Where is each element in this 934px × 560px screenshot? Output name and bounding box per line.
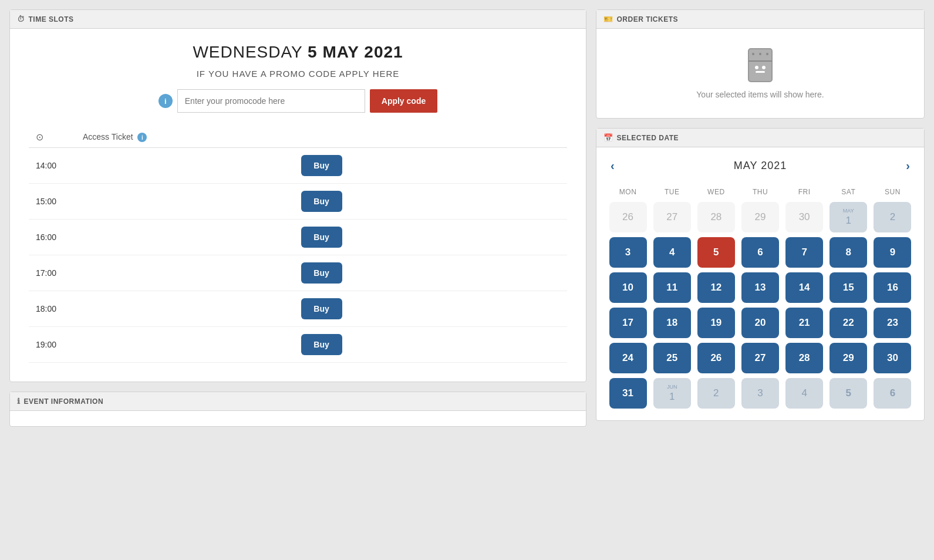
calendar-day[interactable]: 15 — [830, 272, 867, 303]
next-month-button[interactable]: › — [901, 157, 915, 175]
calendar-day[interactable]: 4 — [653, 237, 691, 268]
calendar-day[interactable]: 29 — [741, 202, 779, 232]
time-cell: 17:00 — [29, 255, 76, 291]
buy-button[interactable]: Buy — [301, 262, 342, 284]
calendar-day[interactable]: 12 — [697, 272, 735, 303]
order-tickets-empty-text: Your selected items will show here. — [606, 90, 915, 99]
event-info-panel: ℹ EVENT INFORMATION — [9, 392, 586, 427]
calendar-day[interactable]: 26 — [609, 202, 647, 232]
calendar-day[interactable]: 5 — [697, 237, 735, 268]
calendar-day-cell: 9 — [871, 235, 915, 270]
calendar-day-header: MON — [606, 184, 650, 200]
calendar-day[interactable]: 31 — [609, 378, 647, 409]
order-tickets-panel: 🎫 ORDER TICKETS Your selected items will… — [596, 9, 925, 119]
calendar-day[interactable]: 27 — [653, 202, 691, 232]
calendar-day[interactable]: 7 — [785, 237, 823, 268]
calendar-day[interactable]: 6 — [741, 237, 779, 268]
calendar-day-cell: 28 — [694, 200, 738, 235]
calendar-day[interactable]: 30 — [874, 343, 911, 373]
calendar-day[interactable]: 4 — [785, 378, 823, 409]
calendar-day[interactable]: JUN1 — [653, 378, 691, 409]
calendar-day[interactable]: 24 — [609, 343, 647, 373]
timeslots-header: ⏱ TIME SLOTS — [10, 10, 586, 29]
col-ticket-header: Access Ticket i — [76, 127, 567, 148]
calendar-day[interactable]: 16 — [874, 272, 911, 303]
calendar-day[interactable]: 27 — [741, 343, 779, 373]
calendar-day-cell: 5 — [694, 235, 738, 270]
calendar-day[interactable]: 19 — [697, 308, 735, 338]
calendar-day[interactable]: 21 — [785, 308, 823, 338]
calendar-day[interactable]: 11 — [653, 272, 691, 303]
clock-header-icon: ⏱ — [17, 15, 25, 23]
apply-code-button[interactable]: Apply code — [370, 89, 437, 113]
table-row: 14:00 Buy — [29, 148, 567, 184]
calendar-day[interactable]: 28 — [785, 343, 823, 373]
calendar-day[interactable]: 22 — [830, 308, 867, 338]
promo-input[interactable] — [177, 89, 365, 113]
calendar-day[interactable]: 30 — [785, 202, 823, 232]
time-cell: 19:00 — [29, 327, 76, 363]
calendar-day-cell: 2 — [871, 200, 915, 235]
calendar-day-cell: 30 — [871, 340, 915, 376]
calendar-day-cell: 14 — [783, 270, 827, 305]
buy-cell: Buy — [76, 148, 567, 184]
calendar-day[interactable]: 25 — [653, 343, 691, 373]
calendar-day-header: THU — [738, 184, 782, 200]
buy-button[interactable]: Buy — [301, 298, 342, 319]
order-tickets-header: 🎫 ORDER TICKETS — [596, 10, 924, 29]
col-ticket-label: Access Ticket — [83, 132, 133, 141]
calendar-day-cell: 23 — [871, 305, 915, 340]
calendar-day[interactable]: 23 — [874, 308, 911, 338]
calendar-day-cell: 6 — [871, 376, 915, 411]
svg-rect-2 — [748, 60, 772, 62]
table-row: 16:00 Buy — [29, 220, 567, 255]
tickets-table: ⊙ Access Ticket i 14:00 Buy 15:00 Buy — [29, 127, 567, 363]
calendar-day-header: SAT — [827, 184, 871, 200]
buy-button[interactable]: Buy — [301, 227, 342, 248]
calendar-day-cell: 10 — [606, 270, 650, 305]
promo-heading: IF YOU HAVE A PROMO CODE APPLY HERE — [29, 69, 567, 79]
calendar-day[interactable]: 10 — [609, 272, 647, 303]
svg-point-8 — [766, 53, 768, 55]
calendar-nav: ‹ MAY 2021 › — [606, 157, 915, 175]
buy-button[interactable]: Buy — [301, 191, 342, 212]
table-row: 18:00 Buy — [29, 291, 567, 327]
calendar-day[interactable]: 2 — [874, 202, 911, 232]
calendar-day[interactable]: 5 — [830, 378, 867, 409]
calendar-day[interactable]: 20 — [741, 308, 779, 338]
buy-cell: Buy — [76, 255, 567, 291]
date-bold: 5 MAY 2021 — [308, 43, 403, 61]
buy-button[interactable]: Buy — [301, 155, 342, 176]
calendar-day[interactable]: 28 — [697, 202, 735, 232]
buy-button[interactable]: Buy — [301, 334, 342, 355]
calendar-day[interactable]: MAY1 — [830, 202, 867, 232]
svg-point-7 — [759, 53, 761, 55]
calendar-day[interactable]: 17 — [609, 308, 647, 338]
date-heading: WEDNESDAY 5 MAY 2021 — [29, 43, 567, 62]
calendar-header-label: SELECTED DATE — [617, 134, 679, 142]
month-label: MAY 2021 — [734, 160, 787, 172]
calendar-day[interactable]: 8 — [830, 237, 867, 268]
calendar-day[interactable]: 26 — [697, 343, 735, 373]
calendar-day-header: SUN — [871, 184, 915, 200]
calendar-day-cell: JUN1 — [650, 376, 694, 411]
calendar-day[interactable]: 29 — [830, 343, 867, 373]
calendar-day[interactable]: 3 — [741, 378, 779, 409]
calendar-day[interactable]: 14 — [785, 272, 823, 303]
calendar-day[interactable]: 18 — [653, 308, 691, 338]
calendar-day[interactable]: 9 — [874, 237, 911, 268]
calendar-day-cell: 2 — [694, 376, 738, 411]
ticket-info-icon[interactable]: i — [137, 133, 147, 142]
calendar-day-cell: 4 — [783, 376, 827, 411]
calendar-day-cell: 31 — [606, 376, 650, 411]
prev-month-button[interactable]: ‹ — [606, 157, 619, 175]
calendar-day-cell: 22 — [827, 305, 871, 340]
calendar-day[interactable]: 6 — [874, 378, 911, 409]
calendar-day-cell: 11 — [650, 270, 694, 305]
date-line1: WEDNESDAY — [193, 43, 308, 61]
calendar-day[interactable]: 2 — [697, 378, 735, 409]
calendar-day[interactable]: 13 — [741, 272, 779, 303]
calendar-day-cell: 4 — [650, 235, 694, 270]
calendar-day-cell: 12 — [694, 270, 738, 305]
calendar-day[interactable]: 3 — [609, 237, 647, 268]
